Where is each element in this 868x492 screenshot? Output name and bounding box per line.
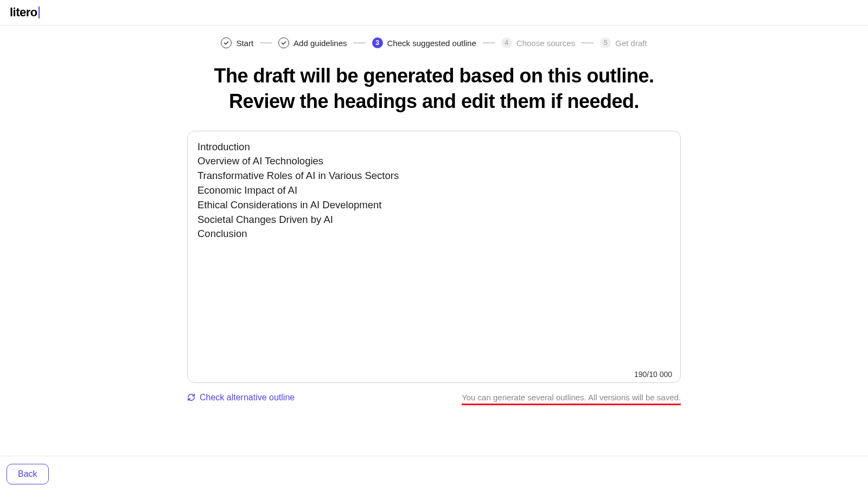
step-number-active: 3 — [372, 37, 383, 48]
step-connector — [354, 42, 366, 43]
check-icon — [278, 37, 289, 48]
step-connector — [483, 42, 495, 43]
step-label: Start — [236, 39, 253, 48]
annotation-underline — [462, 404, 681, 405]
back-button[interactable]: Back — [7, 464, 49, 484]
outline-actions-row: Check alternative outline You can genera… — [187, 393, 681, 402]
step-start[interactable]: Start — [221, 37, 253, 48]
refresh-icon — [187, 393, 195, 401]
check-icon — [221, 37, 232, 48]
step-outline[interactable]: 3 Check suggested outline — [372, 37, 476, 48]
step-label: Get draft — [615, 39, 647, 48]
logo-cursor-icon — [39, 7, 40, 18]
step-connector — [260, 42, 272, 43]
bottom-bar: Back — [0, 456, 868, 492]
header: litero — [0, 0, 868, 25]
step-label: Check suggested outline — [387, 39, 476, 48]
logo-text: litero — [10, 5, 37, 20]
alt-outline-label: Check alternative outline — [200, 393, 295, 402]
hint-text: You can generate several outlines. All v… — [462, 393, 681, 402]
check-alternative-outline-link[interactable]: Check alternative outline — [187, 393, 295, 402]
char-counter: 190/10 000 — [634, 370, 672, 379]
stepper: Start Add guidelines 3 Check suggested o… — [0, 25, 868, 58]
step-sources: 4 Choose sources — [501, 37, 575, 48]
step-label: Choose sources — [516, 39, 575, 48]
step-number: 5 — [600, 37, 611, 48]
step-guidelines[interactable]: Add guidelines — [278, 37, 347, 48]
outline-textarea[interactable] — [187, 131, 681, 383]
step-draft: 5 Get draft — [600, 37, 647, 48]
logo: litero — [10, 5, 40, 20]
step-number: 4 — [501, 37, 512, 48]
step-label: Add guidelines — [293, 39, 347, 48]
step-connector — [582, 42, 593, 43]
page-title: The draft will be generated based on thi… — [190, 63, 678, 114]
outline-container: 190/10 000 — [187, 131, 681, 385]
